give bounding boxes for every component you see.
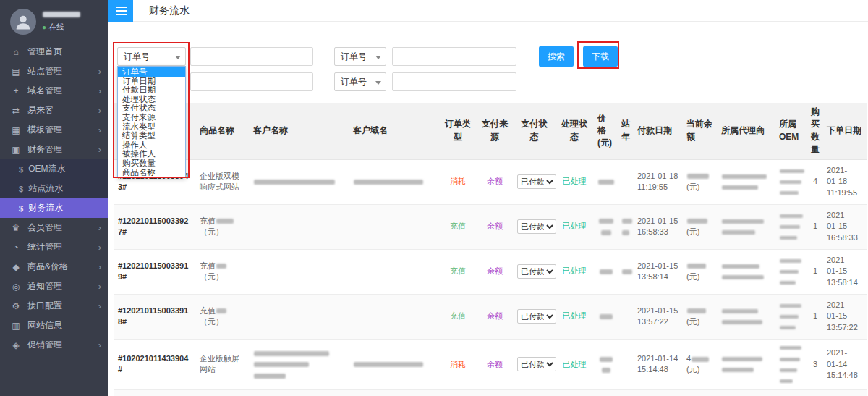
chevron-right-icon: › <box>98 144 101 155</box>
cell-text: 2021-01-1415:14:48 <box>827 348 858 379</box>
dropdown-option[interactable]: 操作人 <box>118 140 185 150</box>
dropdown-option[interactable]: 购买数量 <box>118 159 185 168</box>
dropdown-option[interactable]: 处理状态 <box>118 95 185 104</box>
table-cell <box>349 294 440 339</box>
cell-text: 消耗 <box>450 360 466 368</box>
sidebar-subitem-site-flow[interactable]: $站点流水 <box>0 179 109 198</box>
dropdown-option[interactable]: 流水类型 <box>118 122 185 132</box>
table-cell: 已处理 <box>555 159 594 204</box>
filter-value-input-1[interactable] <box>190 47 313 66</box>
dropdown-option[interactable]: 结算类型 <box>118 131 185 140</box>
table-cell <box>718 249 775 294</box>
redacted-text <box>722 320 762 324</box>
table-cell: 2021-01-15 13:57:22 <box>634 294 683 339</box>
avatar[interactable] <box>10 9 36 35</box>
column-header: 下单日期 <box>823 103 867 159</box>
dropdown-option[interactable]: 付款日期 <box>118 85 185 95</box>
dropdown-option[interactable]: 订单号 <box>118 67 185 77</box>
menu-toggle-button[interactable] <box>109 0 133 22</box>
search-button[interactable]: 搜索 <box>539 46 574 67</box>
dropdown-option[interactable]: 支付来源 <box>118 113 185 122</box>
pay-status-select[interactable]: 已付款 <box>517 309 556 324</box>
sidebar-item-domain[interactable]: +域名管理› <box>0 81 109 101</box>
table-row: #1202101150033927#充值（元）充值余额已付款已处理2021-01… <box>114 204 867 249</box>
table-cell: (元) <box>683 294 718 339</box>
table-cell: 企业版双模响应式网站 <box>196 159 250 204</box>
filter-field-select-1[interactable]: 订单号 <box>117 47 186 66</box>
sidebar-item-member[interactable]: ♛会员管理› <box>0 218 109 237</box>
sidebar-item-template[interactable]: ▦模板管理› <box>0 120 109 140</box>
redacted-text <box>600 357 613 362</box>
topbar: 财务流水 <box>109 0 868 22</box>
download-button[interactable]: 下载 <box>583 46 618 67</box>
chevron-right-icon: › <box>98 125 101 135</box>
table-cell: 2021-01-1513:57:22 <box>823 294 867 339</box>
cell-text: 2021-01-15 13:58:14 <box>637 261 678 281</box>
filter-field-select-4[interactable]: 订单号 <box>334 72 386 91</box>
online-dot-icon: ● <box>42 23 46 31</box>
chevron-right-icon: › <box>98 66 101 77</box>
site-icon: ▤ <box>10 67 22 77</box>
chevron-right-icon: › <box>98 242 101 253</box>
pay-status-select[interactable]: 已付款 <box>517 264 556 279</box>
sidebar-item-notify[interactable]: ◎通知管理› <box>0 277 109 296</box>
sidebar-item-home[interactable]: ⌂管理首页 <box>0 42 109 62</box>
sidebar-item-api[interactable]: ⚙接口配置› <box>0 296 109 316</box>
sidebar-subitem-finance-flow[interactable]: $财务流水 <box>0 198 109 218</box>
sidebar-item-label: 易来客 <box>27 104 54 117</box>
redacted-text <box>254 374 286 379</box>
sidebar-item-finance[interactable]: ▣财务管理› <box>0 140 109 159</box>
column-header: 价格(元) <box>594 103 618 159</box>
sidebar-subitem-oem-flow[interactable]: $OEM流水 <box>0 159 109 179</box>
sidebar-item-site[interactable]: ▤站点管理› <box>0 62 109 81</box>
table-cell: 已付款 <box>514 159 555 204</box>
sidebar-item-promo[interactable]: ◈促销管理› <box>0 335 109 355</box>
filter-value-input-3[interactable] <box>190 72 313 91</box>
cell-text: 充值 <box>200 261 216 270</box>
filter-value-input-2[interactable] <box>392 47 516 66</box>
table-cell <box>594 249 618 294</box>
pay-status-select[interactable]: 已付款 <box>517 219 556 234</box>
dropdown-option[interactable]: 商品名称 <box>118 168 185 177</box>
table-cell: 已处理 <box>555 390 594 396</box>
filter-field-select-2[interactable]: 订单号 <box>334 47 386 66</box>
table-row: #1202101180033943#企业版双模响应式网站消耗余额已付款已处理20… <box>114 159 867 204</box>
sidebar-item-siteinfo[interactable]: ▥网站信息 <box>0 316 109 335</box>
cell-text: 余额 <box>487 360 503 368</box>
redacted-text <box>780 259 801 263</box>
table-cell: 消耗 <box>440 339 476 390</box>
user-block: ●在线 <box>0 0 109 42</box>
redacted-text <box>622 269 632 274</box>
cell-text: #102021011433904# <box>118 354 188 374</box>
redacted-text <box>722 174 767 179</box>
filter-bar: 订单号 订单号 搜索 下载 订单号 订单号订单日期付款日期处 <box>109 22 868 103</box>
table-cell: 已付款 <box>514 204 555 249</box>
cell-text: 1 <box>813 266 817 275</box>
cell-text: #1202101150033918# <box>118 306 188 326</box>
redacted-text <box>354 362 423 367</box>
redacted-text <box>780 304 801 308</box>
pay-status-select[interactable]: 已付款 <box>517 357 556 371</box>
dropdown-option[interactable]: 被操作人 <box>118 149 185 159</box>
redacted-text <box>780 270 799 274</box>
sidebar-item-yilaike[interactable]: ⇄易来客› <box>0 101 109 120</box>
chevron-right-icon: › <box>98 222 101 233</box>
cell-text: 充值 <box>450 222 466 230</box>
table-cell: 充值（元） <box>196 204 250 249</box>
sidebar-item-stats[interactable]: ◔统计管理› <box>0 237 109 257</box>
pay-status-select[interactable]: 已付款 <box>517 174 556 189</box>
column-header: 所属OEM <box>775 103 807 159</box>
redacted-text <box>780 281 796 285</box>
filter-value-input-4[interactable] <box>392 72 516 91</box>
table-cell <box>349 204 440 249</box>
sidebar-item-goods[interactable]: ◆商品&价格› <box>0 257 109 277</box>
dropdown-option[interactable]: 支付状态 <box>118 104 185 113</box>
redacted-text <box>599 219 613 224</box>
table-cell: (元) <box>683 390 718 396</box>
member-icon: ♛ <box>10 223 22 233</box>
sidebar-item-label: 会员管理 <box>27 222 62 234</box>
redacted-text <box>722 219 764 224</box>
redacted-text <box>216 219 234 224</box>
dropdown-option[interactable]: 订单日期 <box>118 77 185 86</box>
table-cell: #1202101150033927# <box>114 204 196 249</box>
